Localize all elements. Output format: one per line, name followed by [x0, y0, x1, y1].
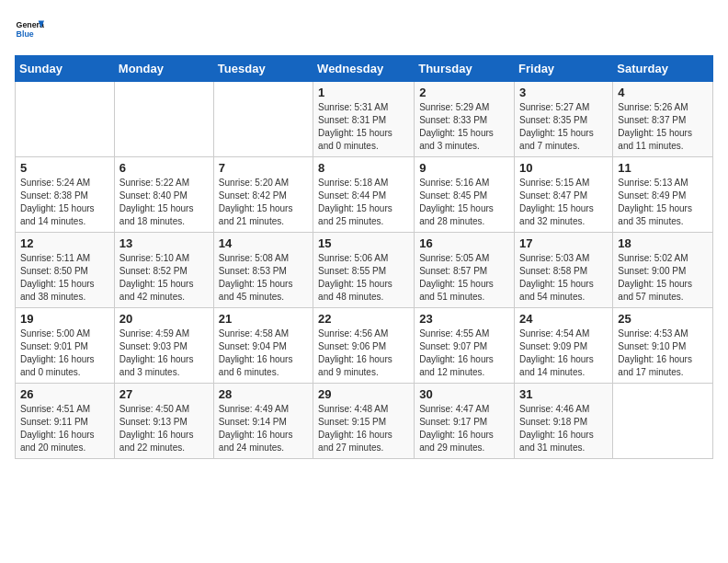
day-cell [613, 384, 713, 459]
day-info: Sunrise: 5:27 AMSunset: 8:35 PMDaylight:… [519, 101, 608, 153]
day-number: 16 [419, 236, 509, 250]
day-number: 31 [519, 387, 608, 401]
day-number: 13 [119, 236, 209, 250]
svg-text:Blue: Blue [17, 29, 34, 39]
day-info: Sunrise: 4:49 AMSunset: 9:14 PMDaylight:… [219, 403, 308, 454]
day-cell: 7Sunrise: 5:20 AMSunset: 8:42 PMDaylight… [213, 157, 313, 233]
day-info: Sunrise: 5:08 AMSunset: 8:53 PMDaylight:… [219, 252, 308, 304]
day-cell: 26Sunrise: 4:51 AMSunset: 9:11 PMDayligh… [16, 384, 115, 459]
day-number: 9 [419, 161, 509, 175]
day-number: 26 [20, 387, 109, 401]
day-cell: 12Sunrise: 5:11 AMSunset: 8:50 PMDayligh… [16, 233, 115, 308]
logo: General Blue [15, 15, 44, 44]
day-number: 3 [519, 86, 608, 99]
day-number: 4 [618, 86, 708, 99]
day-number: 8 [318, 161, 409, 175]
day-info: Sunrise: 5:00 AMSunset: 9:01 PMDaylight:… [20, 327, 109, 379]
day-number: 11 [618, 161, 708, 175]
day-number: 25 [618, 312, 708, 326]
header-cell-friday: Friday [515, 56, 613, 82]
day-info: Sunrise: 5:18 AMSunset: 8:44 PMDaylight:… [318, 177, 409, 228]
day-info: Sunrise: 5:10 AMSunset: 8:52 PMDaylight:… [119, 252, 209, 304]
day-cell: 2Sunrise: 5:29 AMSunset: 8:33 PMDaylight… [415, 82, 515, 157]
day-info: Sunrise: 5:11 AMSunset: 8:50 PMDaylight:… [20, 252, 109, 304]
day-cell: 18Sunrise: 5:02 AMSunset: 9:00 PMDayligh… [613, 233, 713, 308]
day-info: Sunrise: 5:20 AMSunset: 8:42 PMDaylight:… [219, 177, 308, 228]
day-info: Sunrise: 4:46 AMSunset: 9:18 PMDaylight:… [519, 403, 608, 454]
day-cell: 30Sunrise: 4:47 AMSunset: 9:17 PMDayligh… [415, 384, 515, 459]
day-cell: 1Sunrise: 5:31 AMSunset: 8:31 PMDaylight… [313, 82, 415, 157]
day-info: Sunrise: 5:29 AMSunset: 8:33 PMDaylight:… [419, 101, 509, 153]
day-cell [16, 82, 115, 157]
day-number: 21 [219, 312, 308, 326]
day-info: Sunrise: 5:24 AMSunset: 8:38 PMDaylight:… [20, 177, 109, 228]
day-number: 5 [20, 161, 109, 175]
day-cell: 19Sunrise: 5:00 AMSunset: 9:01 PMDayligh… [16, 308, 115, 384]
day-info: Sunrise: 5:03 AMSunset: 8:58 PMDaylight:… [519, 252, 608, 304]
day-cell: 16Sunrise: 5:05 AMSunset: 8:57 PMDayligh… [415, 233, 515, 308]
day-info: Sunrise: 5:22 AMSunset: 8:40 PMDaylight:… [119, 177, 209, 228]
day-number: 22 [318, 312, 409, 326]
header-cell-thursday: Thursday [415, 56, 515, 82]
day-cell: 28Sunrise: 4:49 AMSunset: 9:14 PMDayligh… [213, 384, 313, 459]
day-info: Sunrise: 5:26 AMSunset: 8:37 PMDaylight:… [618, 101, 708, 153]
day-number: 2 [419, 86, 509, 99]
day-cell: 13Sunrise: 5:10 AMSunset: 8:52 PMDayligh… [114, 233, 213, 308]
day-number: 10 [519, 161, 608, 175]
day-number: 28 [219, 387, 308, 401]
logo-icon: General Blue [15, 15, 44, 44]
day-number: 12 [20, 236, 109, 250]
week-row-3: 12Sunrise: 5:11 AMSunset: 8:50 PMDayligh… [16, 233, 713, 308]
day-cell: 3Sunrise: 5:27 AMSunset: 8:35 PMDaylight… [515, 82, 613, 157]
day-info: Sunrise: 4:56 AMSunset: 9:06 PMDaylight:… [318, 327, 409, 379]
day-number: 30 [419, 387, 509, 401]
day-cell: 29Sunrise: 4:48 AMSunset: 9:15 PMDayligh… [313, 384, 415, 459]
day-cell: 6Sunrise: 5:22 AMSunset: 8:40 PMDaylight… [114, 157, 213, 233]
day-cell: 10Sunrise: 5:15 AMSunset: 8:47 PMDayligh… [515, 157, 613, 233]
header-cell-saturday: Saturday [613, 56, 713, 82]
week-row-4: 19Sunrise: 5:00 AMSunset: 9:01 PMDayligh… [16, 308, 713, 384]
header-cell-wednesday: Wednesday [313, 56, 415, 82]
day-info: Sunrise: 4:50 AMSunset: 9:13 PMDaylight:… [119, 403, 209, 454]
day-cell: 27Sunrise: 4:50 AMSunset: 9:13 PMDayligh… [114, 384, 213, 459]
day-info: Sunrise: 5:16 AMSunset: 8:45 PMDaylight:… [419, 177, 509, 228]
day-info: Sunrise: 5:31 AMSunset: 8:31 PMDaylight:… [318, 101, 409, 153]
day-number: 29 [318, 387, 409, 401]
header-cell-tuesday: Tuesday [213, 56, 313, 82]
day-number: 7 [219, 161, 308, 175]
day-cell: 9Sunrise: 5:16 AMSunset: 8:45 PMDaylight… [415, 157, 515, 233]
page-header: General Blue [15, 15, 713, 44]
header-cell-monday: Monday [114, 56, 213, 82]
day-cell: 5Sunrise: 5:24 AMSunset: 8:38 PMDaylight… [16, 157, 115, 233]
day-info: Sunrise: 4:59 AMSunset: 9:03 PMDaylight:… [119, 327, 209, 379]
day-info: Sunrise: 5:05 AMSunset: 8:57 PMDaylight:… [419, 252, 509, 304]
day-number: 17 [519, 236, 608, 250]
day-number: 14 [219, 236, 308, 250]
day-info: Sunrise: 5:15 AMSunset: 8:47 PMDaylight:… [519, 177, 608, 228]
header-cell-sunday: Sunday [16, 56, 115, 82]
day-cell: 20Sunrise: 4:59 AMSunset: 9:03 PMDayligh… [114, 308, 213, 384]
day-cell: 22Sunrise: 4:56 AMSunset: 9:06 PMDayligh… [313, 308, 415, 384]
day-cell: 24Sunrise: 4:54 AMSunset: 9:09 PMDayligh… [515, 308, 613, 384]
day-info: Sunrise: 4:51 AMSunset: 9:11 PMDaylight:… [20, 403, 109, 454]
day-number: 24 [519, 312, 608, 326]
day-info: Sunrise: 4:48 AMSunset: 9:15 PMDaylight:… [318, 403, 409, 454]
week-row-2: 5Sunrise: 5:24 AMSunset: 8:38 PMDaylight… [16, 157, 713, 233]
day-info: Sunrise: 4:54 AMSunset: 9:09 PMDaylight:… [519, 327, 608, 379]
day-number: 20 [119, 312, 209, 326]
day-cell: 25Sunrise: 4:53 AMSunset: 9:10 PMDayligh… [613, 308, 713, 384]
calendar-table: SundayMondayTuesdayWednesdayThursdayFrid… [15, 55, 713, 459]
day-cell: 21Sunrise: 4:58 AMSunset: 9:04 PMDayligh… [213, 308, 313, 384]
day-info: Sunrise: 4:55 AMSunset: 9:07 PMDaylight:… [419, 327, 509, 379]
day-cell: 17Sunrise: 5:03 AMSunset: 8:58 PMDayligh… [515, 233, 613, 308]
day-cell: 8Sunrise: 5:18 AMSunset: 8:44 PMDaylight… [313, 157, 415, 233]
day-info: Sunrise: 4:58 AMSunset: 9:04 PMDaylight:… [219, 327, 308, 379]
day-cell [213, 82, 313, 157]
week-row-5: 26Sunrise: 4:51 AMSunset: 9:11 PMDayligh… [16, 384, 713, 459]
day-info: Sunrise: 5:06 AMSunset: 8:55 PMDaylight:… [318, 252, 409, 304]
day-number: 1 [318, 86, 409, 99]
day-number: 15 [318, 236, 409, 250]
header-row: SundayMondayTuesdayWednesdayThursdayFrid… [16, 56, 713, 82]
day-number: 23 [419, 312, 509, 326]
day-info: Sunrise: 4:47 AMSunset: 9:17 PMDaylight:… [419, 403, 509, 454]
